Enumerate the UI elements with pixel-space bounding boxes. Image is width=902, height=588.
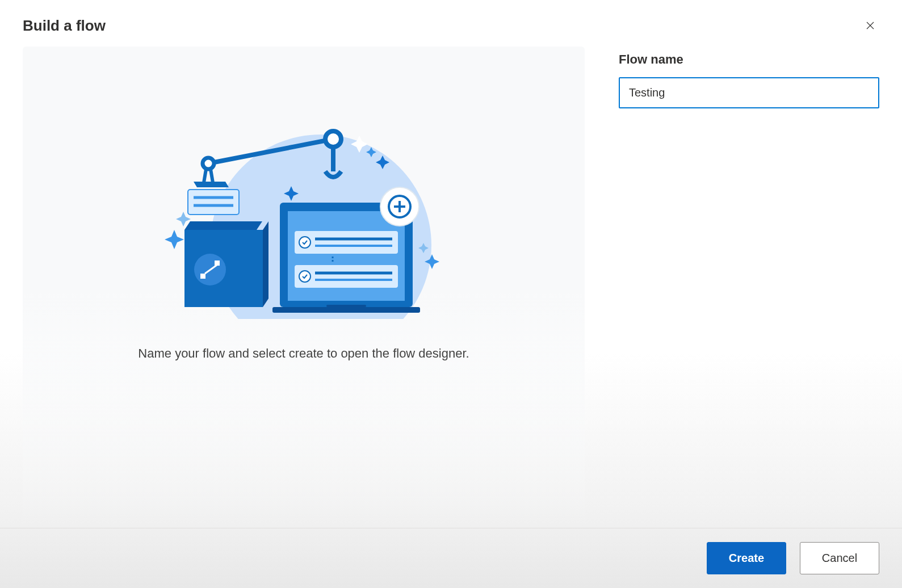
build-flow-dialog: Build a flow	[0, 0, 902, 588]
cancel-button[interactable]: Cancel	[800, 542, 879, 574]
svg-point-25	[299, 271, 311, 282]
svg-rect-17	[272, 307, 420, 313]
form-panel: Flow name	[619, 47, 879, 528]
svg-line-7	[204, 169, 206, 183]
illustration-caption: Name your flow and select create to open…	[138, 346, 469, 361]
svg-rect-33	[326, 305, 366, 307]
flow-illustration	[145, 103, 463, 319]
dialog-content: Name your flow and select create to open…	[0, 47, 902, 528]
dialog-header: Build a flow	[0, 0, 902, 47]
flow-name-input[interactable]	[619, 77, 879, 108]
svg-rect-15	[215, 261, 220, 266]
svg-rect-9	[188, 190, 239, 215]
svg-line-8	[211, 169, 213, 183]
svg-point-4	[203, 158, 214, 169]
close-icon	[865, 20, 875, 32]
illustration-panel: Name your flow and select create to open…	[23, 47, 585, 528]
svg-point-5	[325, 131, 341, 147]
dialog-footer: Create Cancel	[0, 528, 902, 588]
create-button[interactable]: Create	[707, 542, 786, 574]
close-button[interactable]	[861, 17, 879, 35]
flow-name-label: Flow name	[619, 52, 879, 67]
svg-rect-14	[200, 274, 205, 279]
svg-point-21	[299, 237, 311, 248]
dialog-title: Build a flow	[23, 17, 106, 35]
